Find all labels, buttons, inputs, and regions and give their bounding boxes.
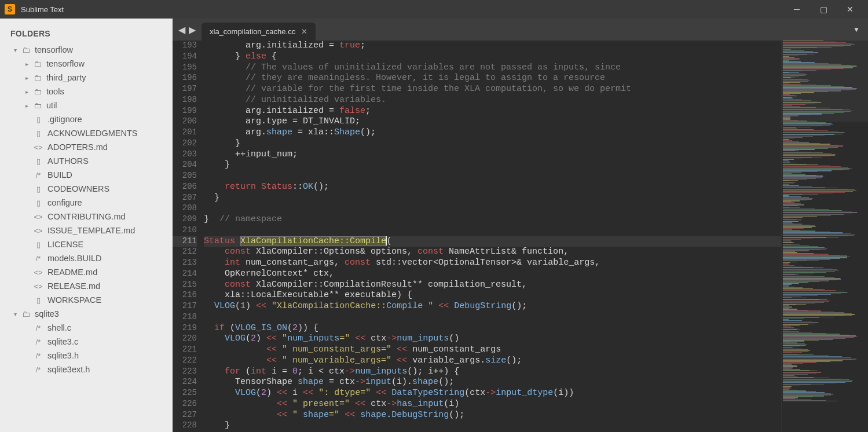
file-icon: <> (34, 282, 43, 291)
tree-item-label: .gitignore (47, 115, 82, 124)
tree-item-label: tools (46, 87, 64, 96)
tree-item-label: WORKSPACE (47, 295, 101, 305)
folder-icon: 🗀 (34, 87, 42, 96)
file-item-sqlite3-h[interactable]: /*sqlite3.h (0, 349, 173, 363)
folder-item-tensorflow[interactable]: ▸🗀tensorflow (0, 57, 173, 71)
code-area[interactable]: arg.initialized = true; } else { // The … (204, 41, 781, 432)
folder-item-tensorflow[interactable]: ▾🗀tensorflow (0, 43, 173, 57)
folder-icon: 🗀 (22, 45, 30, 54)
file-item-adopters-md[interactable]: <>ADOPTERS.md (0, 140, 173, 154)
nav-arrows: ◀ ▶ (173, 19, 202, 41)
file-icon: <> (34, 268, 43, 277)
nav-forward-icon[interactable]: ▶ (189, 24, 196, 35)
minimap[interactable] (781, 41, 868, 432)
line-gutter[interactable]: 1931941951961971981992002012022032042052… (173, 41, 204, 432)
app-title: Sublime Text (21, 5, 783, 14)
tree-item-label: README.md (47, 268, 97, 277)
folder-icon: 🗀 (22, 309, 30, 318)
file-item-readme-md[interactable]: <>README.md (0, 265, 173, 279)
folder-icon: 🗀 (34, 101, 42, 110)
file-item-issue-template-md[interactable]: <>ISSUE_TEMPLATE.md (0, 224, 173, 237)
file-item-license[interactable]: ▯LICENSE (0, 237, 173, 251)
tree-item-label: util (46, 101, 57, 110)
tree-item-label: tensorflow (46, 59, 85, 68)
file-icon: ▯ (34, 115, 43, 124)
file-icon: /* (34, 324, 43, 332)
file-icon: ▯ (34, 185, 43, 193)
file-item-models-build[interactable]: /*models.BUILD (0, 251, 173, 265)
disclosure-icon[interactable]: ▾ (14, 311, 22, 317)
file-icon: /* (34, 171, 43, 180)
folder-tree: ▾🗀tensorflow▸🗀tensorflow▸🗀third_party▸🗀t… (0, 43, 173, 376)
editor-body: 1931941951961971981992002012022032042052… (173, 41, 868, 432)
tree-item-label: CONTRIBUTING.md (47, 212, 126, 221)
tree-item-label: ISSUE_TEMPLATE.md (47, 226, 135, 235)
tree-item-label: LICENSE (47, 240, 83, 249)
file-icon: /* (34, 254, 43, 263)
tree-item-label: AUTHORS (47, 156, 89, 166)
file-icon: /* (34, 352, 43, 360)
file-item-configure[interactable]: ▯configure (0, 196, 173, 210)
tabbar-menu-icon[interactable]: ▼ (845, 25, 868, 34)
file-item-codeowners[interactable]: ▯CODEOWNERS (0, 182, 173, 196)
file-item-authors[interactable]: ▯AUTHORS (0, 154, 173, 168)
tree-item-label: BUILD (47, 170, 72, 180)
tab-label: xla_compilation_cache.cc (210, 27, 295, 36)
disclosure-icon[interactable]: ▸ (25, 61, 34, 67)
file-item-workspace[interactable]: ▯WORKSPACE (0, 293, 173, 307)
tree-item-label: tensorflow (35, 45, 73, 54)
folder-item-third-party[interactable]: ▸🗀third_party (0, 71, 173, 85)
editor-pane: ◀ ▶ xla_compilation_cache.cc ✕ ▼ 1931941… (173, 19, 868, 432)
titlebar: S Sublime Text ─ ▢ ✕ (0, 0, 868, 19)
folder-icon: 🗀 (34, 73, 42, 82)
folder-item-tools[interactable]: ▸🗀tools (0, 85, 173, 98)
tree-item-label: shell.c (47, 323, 71, 332)
folder-icon: 🗀 (34, 59, 42, 68)
file-icon: ▯ (34, 240, 43, 249)
file-item-contributing-md[interactable]: <>CONTRIBUTING.md (0, 210, 173, 224)
tree-item-label: ADOPTERS.md (47, 142, 108, 152)
folder-item-util[interactable]: ▸🗀util (0, 98, 173, 112)
file-item-shell-c[interactable]: /*shell.c (0, 321, 173, 335)
tree-item-label: configure (47, 198, 82, 207)
file-icon: ▯ (34, 157, 43, 166)
tree-item-label: ACKNOWLEDGMENTS (47, 129, 138, 138)
close-button[interactable]: ✕ (837, 0, 863, 19)
file-icon: /* (34, 365, 43, 374)
tree-item-label: CODEOWNERS (47, 184, 109, 193)
tabbar: ◀ ▶ xla_compilation_cache.cc ✕ ▼ (173, 19, 868, 41)
file-item-build[interactable]: /*BUILD (0, 168, 173, 182)
sidebar-header: FOLDERS (0, 23, 173, 43)
file-icon: <> (34, 213, 43, 221)
tree-item-label: models.BUILD (47, 254, 101, 263)
file-item-acknowledgments[interactable]: ▯ACKNOWLEDGMENTS (0, 126, 173, 140)
file-icon: <> (34, 226, 43, 235)
tree-item-label: sqlite3.h (47, 351, 79, 360)
folder-item-sqlite3[interactable]: ▾🗀sqlite3 (0, 307, 173, 321)
file-item-release-md[interactable]: <>RELEASE.md (0, 279, 173, 293)
disclosure-icon[interactable]: ▾ (14, 47, 22, 53)
nav-back-icon[interactable]: ◀ (178, 24, 185, 35)
disclosure-icon[interactable]: ▸ (25, 89, 34, 95)
file-icon: <> (34, 143, 43, 152)
main-area: FOLDERS ▾🗀tensorflow▸🗀tensorflow▸🗀third_… (0, 19, 868, 432)
file-icon: ▯ (34, 296, 43, 305)
tree-item-label: RELEASE.md (47, 281, 100, 291)
tree-item-label: sqlite3.c (47, 337, 78, 346)
file-icon: ▯ (34, 199, 43, 207)
app-logo-icon: S (5, 4, 15, 14)
sidebar[interactable]: FOLDERS ▾🗀tensorflow▸🗀tensorflow▸🗀third_… (0, 19, 173, 432)
tab-active[interactable]: xla_compilation_cache.cc ✕ (202, 23, 316, 41)
tab-close-icon[interactable]: ✕ (301, 27, 307, 36)
file-item-sqlite3-c[interactable]: /*sqlite3.c (0, 335, 173, 349)
minimize-button[interactable]: ─ (783, 0, 810, 19)
disclosure-icon[interactable]: ▸ (25, 75, 34, 81)
maximize-button[interactable]: ▢ (810, 0, 837, 19)
tree-item-label: third_party (46, 73, 86, 82)
tree-item-label: sqlite3ext.h (47, 365, 90, 374)
disclosure-icon[interactable]: ▸ (25, 102, 34, 109)
file-icon: ▯ (34, 129, 43, 138)
tree-item-label: sqlite3 (35, 309, 59, 318)
file-item--gitignore[interactable]: ▯.gitignore (0, 112, 173, 126)
file-item-sqlite3ext-h[interactable]: /*sqlite3ext.h (0, 363, 173, 376)
